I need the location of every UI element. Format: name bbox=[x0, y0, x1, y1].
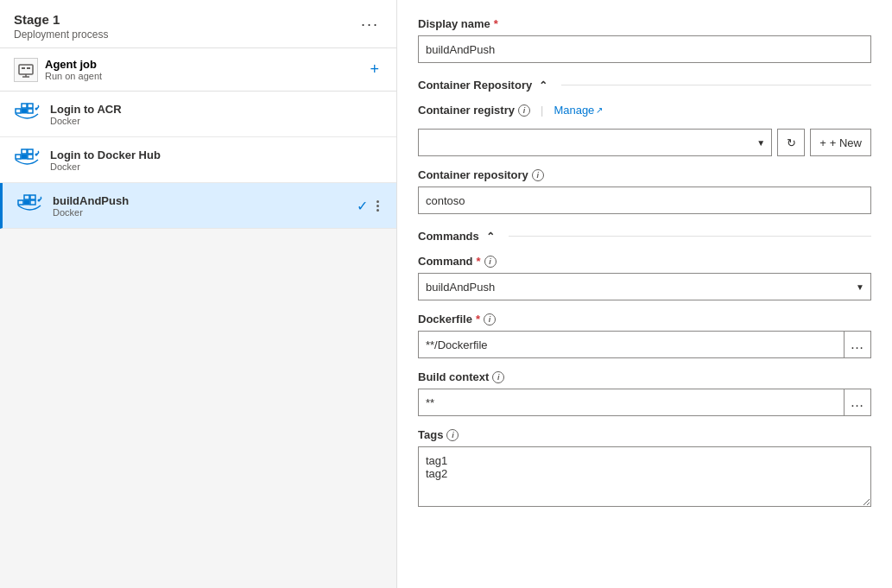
refresh-icon: ↻ bbox=[787, 136, 796, 149]
svg-rect-7 bbox=[28, 109, 33, 113]
right-panel: Display name * Container Repository ⌃ Co… bbox=[397, 0, 892, 588]
task-name-dockerhub: Login to Docker Hub bbox=[50, 149, 383, 161]
build-context-info-icon[interactable]: i bbox=[492, 371, 504, 383]
task-text-dockerhub: Login to Docker Hub Docker bbox=[50, 149, 383, 172]
svg-rect-14 bbox=[22, 149, 27, 154]
task-text-acr: Login to ACR Docker bbox=[50, 103, 383, 126]
task-sub-buildandpush: Docker bbox=[53, 207, 348, 218]
build-context-browse-button[interactable]: … bbox=[844, 389, 871, 416]
task-actions-buildandpush: ✓ bbox=[357, 198, 383, 214]
svg-rect-9 bbox=[28, 104, 33, 108]
container-repository-field-group: Container repository i bbox=[418, 168, 871, 214]
stage-subtitle: Deployment process bbox=[14, 28, 108, 41]
task-sub-acr: Docker bbox=[50, 116, 383, 126]
refresh-button[interactable]: ↻ bbox=[777, 129, 805, 156]
svg-rect-3 bbox=[22, 67, 25, 69]
task-sub-dockerhub: Docker bbox=[50, 161, 383, 172]
commands-chevron[interactable]: ⌃ bbox=[486, 231, 495, 243]
dot1 bbox=[376, 200, 379, 203]
agent-job-subtitle: Run on agent bbox=[45, 71, 102, 81]
display-name-required: * bbox=[494, 17, 498, 30]
docker-icon-acr bbox=[14, 100, 41, 128]
container-repository-chevron[interactable]: ⌃ bbox=[539, 79, 547, 92]
agent-job-icon bbox=[14, 58, 38, 82]
pipe-divider: | bbox=[541, 104, 543, 117]
container-repository-info-icon[interactable]: i bbox=[532, 169, 544, 181]
svg-rect-15 bbox=[28, 149, 33, 154]
dockerfile-field-group: Dockerfile * i … bbox=[418, 313, 871, 358]
registry-label: Container registry i bbox=[418, 104, 530, 117]
task-text-buildandpush: buildAndPush Docker bbox=[53, 194, 348, 218]
docker-icon-build bbox=[16, 192, 44, 219]
svg-rect-21 bbox=[30, 195, 35, 199]
build-context-input-row: … bbox=[418, 389, 871, 416]
svg-rect-11 bbox=[16, 155, 21, 159]
external-link-icon: ↗ bbox=[596, 105, 603, 115]
task-item-buildandpush[interactable]: buildAndPush Docker ✓ bbox=[0, 183, 396, 229]
svg-rect-8 bbox=[22, 104, 27, 108]
tags-label: Tags i bbox=[418, 428, 871, 441]
command-info-icon[interactable]: i bbox=[484, 256, 497, 268]
registry-row: Container registry i | Manage ↗ bbox=[418, 104, 871, 117]
command-label: Command * i bbox=[418, 255, 871, 268]
svg-rect-12 bbox=[22, 155, 27, 159]
svg-rect-0 bbox=[19, 65, 33, 74]
agent-job-info: Agent job Run on agent bbox=[14, 58, 102, 82]
new-icon: + bbox=[819, 136, 826, 149]
command-field-group: Command * i buildAndPush build push logi… bbox=[418, 255, 871, 300]
agent-job-row: Agent job Run on agent + bbox=[0, 48, 396, 92]
stage-ellipsis-button[interactable]: ... bbox=[357, 12, 383, 30]
command-dropdown[interactable]: buildAndPush build push login logout bbox=[418, 273, 871, 300]
svg-rect-18 bbox=[24, 200, 29, 205]
container-repository-label: Container Repository bbox=[418, 79, 532, 92]
dockerfile-label: Dockerfile * i bbox=[418, 313, 871, 326]
command-required: * bbox=[477, 255, 481, 268]
registry-info-icon[interactable]: i bbox=[518, 104, 530, 117]
manage-link[interactable]: Manage ↗ bbox=[554, 104, 603, 117]
build-context-input[interactable] bbox=[418, 389, 844, 416]
build-context-field-group: Build context i … bbox=[418, 370, 871, 416]
tags-input[interactable]: tag1 tag2 bbox=[418, 446, 871, 507]
container-repository-section: Container Repository ⌃ bbox=[418, 79, 871, 92]
registry-dropdown[interactable] bbox=[418, 129, 772, 156]
dockerfile-input[interactable] bbox=[418, 331, 844, 358]
stage-header: Stage 1 Deployment process ... bbox=[0, 0, 396, 48]
command-dropdown-wrapper: buildAndPush build push login logout ▼ bbox=[418, 273, 871, 300]
display-name-label: Display name * bbox=[418, 17, 871, 30]
svg-rect-17 bbox=[18, 200, 23, 205]
dockerfile-required: * bbox=[476, 313, 480, 326]
task-item-login-dockerhub[interactable]: Login to Docker Hub Docker bbox=[0, 137, 396, 183]
tags-info-icon[interactable]: i bbox=[446, 429, 459, 441]
svg-rect-5 bbox=[16, 109, 21, 113]
task-name-buildandpush: buildAndPush bbox=[53, 194, 348, 207]
dockerfile-browse-button[interactable]: … bbox=[844, 331, 871, 358]
stage-title: Stage 1 bbox=[14, 12, 108, 27]
svg-rect-6 bbox=[22, 109, 27, 113]
svg-rect-13 bbox=[28, 155, 33, 159]
task-item-login-acr[interactable]: Login to ACR Docker bbox=[0, 92, 396, 137]
container-repository-input[interactable] bbox=[418, 187, 871, 214]
dockerfile-info-icon[interactable]: i bbox=[484, 313, 496, 326]
tasks-list: Login to ACR Docker Login to Docke bbox=[0, 92, 396, 588]
tags-field-group: Tags i tag1 tag2 bbox=[418, 428, 871, 509]
agent-job-title: Agent job bbox=[45, 58, 102, 71]
task-dots-button[interactable] bbox=[373, 199, 383, 213]
agent-job-text: Agent job Run on agent bbox=[45, 58, 102, 81]
svg-rect-19 bbox=[30, 200, 35, 205]
task-name-acr: Login to ACR bbox=[50, 103, 383, 116]
dot3 bbox=[376, 209, 379, 212]
display-name-group: Display name * bbox=[418, 17, 871, 63]
registry-dropdown-wrapper: ▼ bbox=[418, 129, 772, 156]
dot2 bbox=[376, 205, 379, 207]
registry-dropdown-row: ▼ ↻ + + New bbox=[418, 129, 871, 156]
display-name-input[interactable] bbox=[418, 35, 871, 63]
svg-rect-20 bbox=[24, 195, 29, 199]
check-icon: ✓ bbox=[357, 198, 368, 214]
svg-rect-4 bbox=[27, 67, 30, 69]
new-label: + New bbox=[830, 136, 862, 149]
docker-icon-hub bbox=[14, 146, 41, 174]
new-button[interactable]: + + New bbox=[810, 129, 871, 156]
add-task-button[interactable]: + bbox=[366, 57, 383, 82]
commands-section: Commands ⌃ bbox=[418, 230, 871, 243]
commands-label: Commands bbox=[418, 230, 479, 243]
